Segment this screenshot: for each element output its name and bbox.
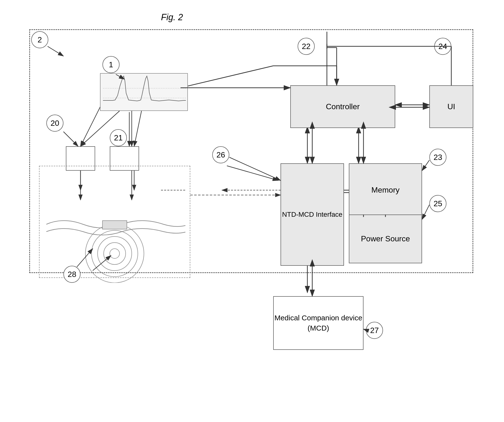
mcd-box: Medical Companion device (MCD) bbox=[273, 296, 363, 350]
circle-1: 1 bbox=[102, 56, 120, 73]
circle-2: 2 bbox=[31, 31, 48, 48]
circle-25: 25 bbox=[429, 195, 446, 212]
circle-21: 21 bbox=[110, 129, 127, 146]
power-source-box: Power Source bbox=[349, 215, 422, 263]
diagram-container: Fig. 2 bbox=[15, 10, 488, 412]
svg-point-30 bbox=[98, 236, 132, 271]
circle-24: 24 bbox=[434, 38, 451, 55]
svg-point-32 bbox=[85, 224, 144, 283]
circle-22: 22 bbox=[298, 38, 315, 55]
circle-27: 27 bbox=[366, 322, 383, 339]
svg-line-33 bbox=[93, 255, 111, 271]
controller-box: Controller bbox=[290, 85, 395, 128]
svg-rect-34 bbox=[102, 221, 127, 229]
circle-23: 23 bbox=[429, 149, 446, 166]
tissue-illustration bbox=[39, 176, 190, 283]
svg-point-31 bbox=[91, 230, 138, 277]
waveform-display bbox=[100, 73, 188, 111]
svg-point-29 bbox=[104, 243, 126, 265]
circle-28: 28 bbox=[63, 266, 81, 283]
ui-box: UI bbox=[429, 85, 473, 128]
figure-label: Fig. 2 bbox=[161, 12, 183, 22]
svg-point-28 bbox=[110, 249, 120, 258]
ntd-mcd-box: NTD-MCD Interface bbox=[281, 163, 344, 266]
circle-26: 26 bbox=[212, 146, 229, 163]
memory-box: Memory bbox=[349, 163, 422, 217]
circle-20: 20 bbox=[46, 115, 63, 132]
